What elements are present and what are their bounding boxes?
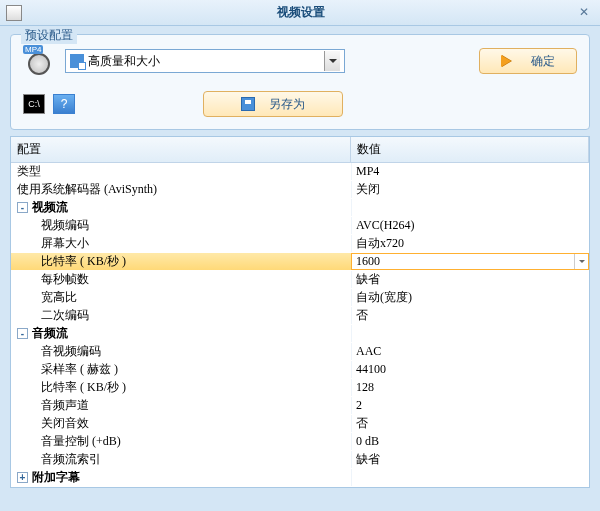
cell-val: 0 dB bbox=[351, 433, 589, 450]
chevron-down-icon[interactable] bbox=[574, 254, 588, 269]
table-row[interactable]: 比特率 ( KB/秒 )1600 bbox=[11, 253, 589, 271]
save-as-button[interactable]: 另存为 bbox=[203, 91, 343, 117]
cell-val: 2 bbox=[351, 397, 589, 414]
window-title: 视频设置 bbox=[28, 4, 574, 21]
grid-body: 类型MP4使用系统解码器 (AviSynth)关闭-视频流视频编码AVC(H26… bbox=[11, 163, 589, 488]
close-icon[interactable]: ✕ bbox=[574, 5, 594, 21]
table-row[interactable]: 视频编码AVC(H264) bbox=[11, 217, 589, 235]
cell-key: 音量控制 (+dB) bbox=[11, 433, 351, 450]
cell-key: 比特率 ( KB/秒 ) bbox=[11, 253, 351, 270]
help-button[interactable]: ? bbox=[53, 94, 75, 114]
cell-val: 关闭 bbox=[351, 181, 589, 198]
cell-val bbox=[351, 487, 589, 488]
cell-val: 缺省 bbox=[351, 451, 589, 468]
cell-key: 屏幕大小 bbox=[11, 235, 351, 252]
collapse-icon[interactable]: - bbox=[17, 328, 28, 339]
table-row[interactable]: 二次编码否 bbox=[11, 307, 589, 325]
table-row[interactable]: +附加字幕 bbox=[11, 469, 589, 487]
ok-button[interactable]: 确定 bbox=[479, 48, 577, 74]
cell-key: 类型 bbox=[11, 163, 351, 180]
chevron-down-icon[interactable] bbox=[324, 51, 340, 71]
cell-key: +水印 (AviSynth) bbox=[11, 487, 351, 488]
table-row[interactable]: -视频流 bbox=[11, 199, 589, 217]
cell-val: AVC(H264) bbox=[351, 217, 589, 234]
cell-key: 二次编码 bbox=[11, 307, 351, 324]
cell-val: 缺省 bbox=[351, 271, 589, 288]
cell-val[interactable]: 1600 bbox=[351, 253, 589, 270]
table-row[interactable]: 每秒帧数缺省 bbox=[11, 271, 589, 289]
table-row[interactable]: 关闭音效否 bbox=[11, 415, 589, 433]
table-row[interactable]: 音频声道2 bbox=[11, 397, 589, 415]
cell-val: 44100 bbox=[351, 361, 589, 378]
cell-key: 音视频编码 bbox=[11, 343, 351, 360]
table-row[interactable]: +水印 (AviSynth) bbox=[11, 487, 589, 488]
table-row[interactable]: -音频流 bbox=[11, 325, 589, 343]
table-row[interactable]: 屏幕大小自动x720 bbox=[11, 235, 589, 253]
preset-option-icon bbox=[70, 54, 84, 68]
arrow-right-icon bbox=[501, 55, 517, 67]
cell-key: 每秒帧数 bbox=[11, 271, 351, 288]
cell-val: 否 bbox=[351, 307, 589, 324]
cell-key: 关闭音效 bbox=[11, 415, 351, 432]
cell-val: 自动(宽度) bbox=[351, 289, 589, 306]
table-row[interactable]: 比特率 ( KB/秒 )128 bbox=[11, 379, 589, 397]
table-row[interactable]: 采样率 ( 赫兹 )44100 bbox=[11, 361, 589, 379]
preset-dropdown-value: 高质量和大小 bbox=[88, 53, 324, 70]
expand-icon[interactable]: + bbox=[17, 472, 28, 483]
cell-key: 音频声道 bbox=[11, 397, 351, 414]
table-row[interactable]: 音视频编码AAC bbox=[11, 343, 589, 361]
cmd-button[interactable]: C:\ bbox=[23, 94, 45, 114]
cell-key: -音频流 bbox=[11, 325, 351, 342]
cell-key: 宽高比 bbox=[11, 289, 351, 306]
cell-key: 比特率 ( KB/秒 ) bbox=[11, 379, 351, 396]
preset-panel: 预设配置 MP4 高质量和大小 确定 C:\ ? 另存为 bbox=[10, 34, 590, 130]
save-as-label: 另存为 bbox=[269, 96, 305, 113]
cell-key: -视频流 bbox=[11, 199, 351, 216]
preset-legend: 预设配置 bbox=[21, 27, 77, 44]
mp4-icon: MP4 bbox=[23, 45, 55, 77]
cell-val bbox=[351, 325, 589, 342]
cell-key: 音频流索引 bbox=[11, 451, 351, 468]
titlebar: 视频设置 ✕ bbox=[0, 0, 600, 26]
grid-header: 配置 数值 bbox=[11, 137, 589, 163]
table-row[interactable]: 类型MP4 bbox=[11, 163, 589, 181]
cell-val: MP4 bbox=[351, 163, 589, 180]
cell-val: 否 bbox=[351, 415, 589, 432]
collapse-icon[interactable]: - bbox=[17, 202, 28, 213]
cell-key: 采样率 ( 赫兹 ) bbox=[11, 361, 351, 378]
cell-val: 128 bbox=[351, 379, 589, 396]
cell-key: 视频编码 bbox=[11, 217, 351, 234]
table-row[interactable]: 音频流索引缺省 bbox=[11, 451, 589, 469]
table-row[interactable]: 宽高比自动(宽度) bbox=[11, 289, 589, 307]
cell-val bbox=[351, 469, 589, 486]
cell-val: AAC bbox=[351, 343, 589, 360]
cell-key: 使用系统解码器 (AviSynth) bbox=[11, 181, 351, 198]
table-row[interactable]: 音量控制 (+dB)0 dB bbox=[11, 433, 589, 451]
preset-dropdown[interactable]: 高质量和大小 bbox=[65, 49, 345, 73]
ok-button-label: 确定 bbox=[531, 53, 555, 70]
cell-key: +附加字幕 bbox=[11, 469, 351, 486]
table-row[interactable]: 使用系统解码器 (AviSynth)关闭 bbox=[11, 181, 589, 199]
settings-grid: 配置 数值 类型MP4使用系统解码器 (AviSynth)关闭-视频流视频编码A… bbox=[10, 136, 590, 488]
header-val[interactable]: 数值 bbox=[351, 137, 589, 162]
cell-val: 自动x720 bbox=[351, 235, 589, 252]
floppy-icon bbox=[241, 97, 255, 111]
cell-val bbox=[351, 199, 589, 216]
header-key[interactable]: 配置 bbox=[11, 137, 351, 162]
app-icon bbox=[6, 5, 22, 21]
